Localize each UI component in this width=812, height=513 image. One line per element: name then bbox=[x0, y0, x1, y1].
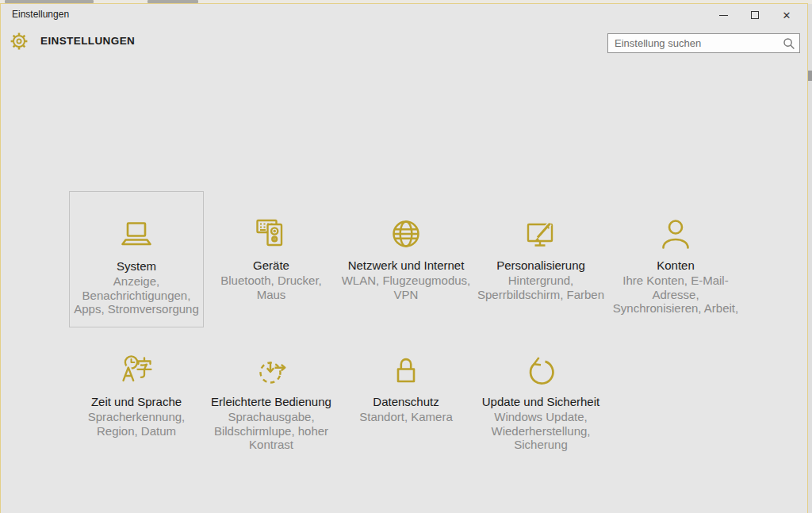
tile-title: Netzwerk und Internet bbox=[348, 258, 465, 272]
tile-subtitle: Windows Update, Wiederherstellung, Siche… bbox=[467, 410, 615, 452]
window-controls: ✕ bbox=[707, 4, 802, 26]
tile-title: Geräte bbox=[253, 258, 289, 272]
tile-subtitle: WLAN, Flugzeugmodus, VPN bbox=[332, 274, 480, 301]
time-language-icon bbox=[117, 351, 155, 389]
tile-subtitle: Spracherkennung, Region, Datum bbox=[63, 410, 210, 438]
tile-network[interactable]: Netzwerk und Internet WLAN, Flugzeugmodu… bbox=[339, 191, 473, 327]
tile-title: Zeit und Sprache bbox=[91, 395, 182, 408]
background-window-edge bbox=[808, 4, 812, 513]
maximize-button[interactable] bbox=[739, 4, 771, 26]
tile-subtitle: Bluetooth, Drucker, Maus bbox=[197, 274, 345, 301]
laptop-icon bbox=[117, 216, 155, 254]
background-scrollbar-thumb bbox=[808, 71, 812, 81]
tile-subtitle: Sprachausgabe, Bildschirmlupe, hoher Kon… bbox=[197, 410, 345, 452]
tile-title: Update und Sicherheit bbox=[482, 395, 599, 408]
tile-privacy[interactable]: Datenschutz Standort, Kamera bbox=[339, 327, 473, 464]
accounts-icon bbox=[657, 215, 695, 253]
window-title: Einstellungen bbox=[12, 9, 69, 20]
devices-icon bbox=[252, 215, 290, 253]
tile-system[interactable]: System Anzeige, Benachrichtigungen, Apps… bbox=[69, 191, 204, 327]
tile-subtitle: Hintergrund, Sperrbildschirm, Farben bbox=[467, 274, 615, 301]
tile-subtitle: Standort, Kamera bbox=[332, 410, 480, 424]
tile-time-language[interactable]: Zeit und Sprache Spracherkennung, Region… bbox=[69, 327, 204, 464]
close-icon: ✕ bbox=[783, 10, 791, 21]
tile-ease-of-access[interactable]: Erleichterte Bedienung Sprachausgabe, Bi… bbox=[204, 327, 339, 464]
titlebar: Einstellungen ✕ bbox=[1, 4, 807, 28]
close-button[interactable]: ✕ bbox=[771, 4, 802, 26]
tile-update-security[interactable]: Update und Sicherheit Windows Update, Wi… bbox=[473, 327, 608, 464]
tile-title: Personalisierung bbox=[496, 258, 585, 272]
ease-of-access-icon bbox=[252, 351, 290, 389]
page-title: EINSTELLUNGEN bbox=[40, 35, 135, 47]
tile-subtitle: Anzeige, Benachrichtigungen, Apps, Strom… bbox=[63, 274, 210, 316]
gear-icon bbox=[10, 32, 29, 51]
search-icon[interactable] bbox=[781, 36, 797, 51]
privacy-icon bbox=[387, 351, 425, 389]
tile-title: Datenschutz bbox=[373, 395, 439, 408]
search-input[interactable] bbox=[608, 34, 781, 52]
minimize-icon bbox=[719, 15, 728, 16]
globe-icon bbox=[387, 215, 425, 253]
tile-title: System bbox=[117, 259, 156, 273]
tile-title: Erleichterte Bedienung bbox=[211, 395, 331, 408]
tile-personalization[interactable]: Personalisierung Hintergrund, Sperrbilds… bbox=[473, 191, 608, 327]
maximize-icon bbox=[751, 11, 759, 19]
update-security-icon bbox=[522, 351, 560, 389]
minimize-button[interactable] bbox=[707, 4, 739, 26]
tile-row-1: System Anzeige, Benachrichtigungen, Apps… bbox=[69, 191, 743, 327]
search-box bbox=[607, 33, 800, 53]
settings-window: Einstellungen ✕ EINSTELLUNGEN bbox=[0, 3, 808, 513]
app-header: EINSTELLUNGEN bbox=[1, 28, 807, 64]
tile-accounts[interactable]: Konten Ihre Konten, E-Mail- Adresse, Syn… bbox=[608, 191, 743, 327]
tile-devices[interactable]: Geräte Bluetooth, Drucker, Maus bbox=[204, 191, 339, 327]
tile-subtitle: Ihre Konten, E-Mail- Adresse, Synchronis… bbox=[602, 274, 749, 316]
tile-title: Konten bbox=[657, 258, 695, 272]
tile-row-2: Zeit und Sprache Spracherkennung, Region… bbox=[69, 327, 608, 464]
personalization-icon bbox=[522, 215, 560, 253]
